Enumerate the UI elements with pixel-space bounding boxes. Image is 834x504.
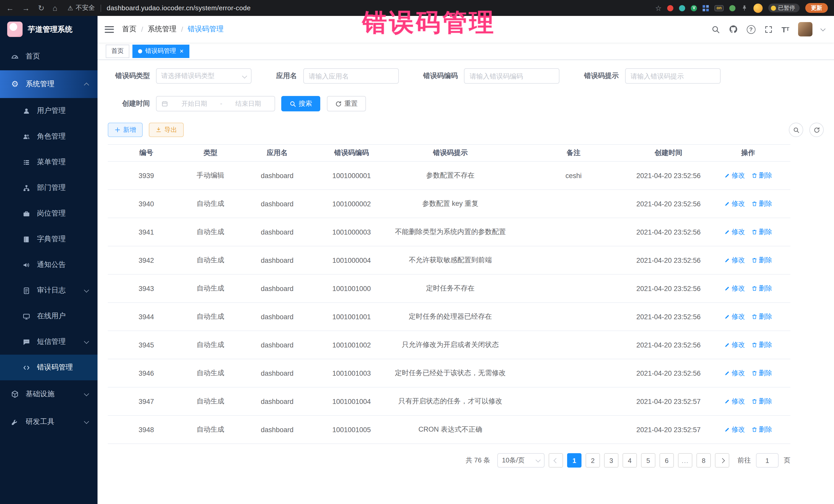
bookmark-star-icon[interactable]: ☆ bbox=[655, 4, 662, 12]
delete-link[interactable]: 删除 bbox=[751, 369, 772, 378]
delete-link[interactable]: 删除 bbox=[751, 227, 772, 237]
create-time-range-picker[interactable]: 开始日期 - 结束日期 bbox=[156, 96, 275, 111]
paused-badge[interactable]: 已暂停 bbox=[768, 4, 799, 12]
edit-link[interactable]: 修改 bbox=[724, 284, 745, 293]
sidebar-item-dept-tree[interactable]: 部门管理 bbox=[0, 175, 97, 201]
error-code-input[interactable] bbox=[464, 68, 559, 84]
extension-icon-drop[interactable] bbox=[679, 5, 685, 11]
search-button[interactable]: 搜索 bbox=[281, 96, 320, 111]
github-icon[interactable] bbox=[728, 25, 738, 34]
sidebar-item-role[interactable]: 角色管理 bbox=[0, 124, 97, 149]
edit-link[interactable]: 修改 bbox=[724, 397, 745, 406]
browser-profile-avatar[interactable] bbox=[753, 3, 763, 13]
page-button[interactable]: 2 bbox=[586, 453, 600, 467]
sidebar-item-tools[interactable]: 研发工具 bbox=[0, 408, 97, 436]
cell-time: 2021-04-20 23:52:56 bbox=[631, 246, 706, 274]
delete-label: 删除 bbox=[759, 397, 772, 406]
sidebar-item-label: 短信管理 bbox=[37, 337, 66, 346]
forward-icon[interactable]: → bbox=[22, 4, 30, 12]
next-page-button[interactable] bbox=[715, 453, 729, 467]
page-button[interactable]: 1 bbox=[567, 453, 581, 467]
sidebar-item-gear[interactable]: ⚙系统管理 bbox=[0, 70, 97, 98]
edit-link[interactable]: 修改 bbox=[724, 256, 745, 265]
delete-link[interactable]: 删除 bbox=[751, 312, 772, 321]
sidebar-item-sms[interactable]: 短信管理 bbox=[0, 329, 97, 355]
breadcrumb-item[interactable]: 首页 bbox=[122, 25, 136, 34]
filter-form: 错误码类型 请选择错误码类型 应用名 错误码编码 bbox=[108, 68, 824, 111]
sidebar-item-notice[interactable]: 通知公告 bbox=[0, 252, 97, 278]
font-size-icon[interactable]: TT bbox=[782, 25, 789, 33]
sidebar-item-log[interactable]: 审计日志 bbox=[0, 278, 97, 303]
delete-link[interactable]: 删除 bbox=[751, 340, 772, 350]
sidebar-item-error-code[interactable]: 错误码管理 bbox=[0, 355, 97, 380]
cell-id: 3943 bbox=[108, 274, 185, 303]
home-icon[interactable]: ⌂ bbox=[52, 4, 57, 12]
header-search-icon[interactable] bbox=[711, 25, 720, 34]
edit-link[interactable]: 修改 bbox=[724, 369, 745, 378]
page-ellipsis-button[interactable]: ... bbox=[678, 453, 692, 467]
delete-link[interactable]: 删除 bbox=[751, 256, 772, 265]
sidebar-item-online-user[interactable]: 在线用户 bbox=[0, 303, 97, 329]
extension-icon-grid[interactable] bbox=[703, 5, 709, 11]
delete-link[interactable]: 删除 bbox=[751, 171, 772, 180]
reset-button[interactable]: 重置 bbox=[327, 96, 366, 111]
update-button[interactable]: 更新 bbox=[805, 3, 828, 13]
sidebar-item-user[interactable]: 用户管理 bbox=[0, 98, 97, 124]
page-button[interactable]: 8 bbox=[697, 453, 711, 467]
edit-link[interactable]: 修改 bbox=[724, 227, 745, 237]
fullscreen-icon[interactable] bbox=[764, 25, 773, 34]
edit-link[interactable]: 修改 bbox=[724, 312, 745, 321]
delete-link[interactable]: 删除 bbox=[751, 199, 772, 209]
extension-icon-green[interactable] bbox=[729, 5, 736, 11]
page-size-select[interactable]: 10条/页 bbox=[497, 453, 545, 467]
delete-link[interactable]: 删除 bbox=[751, 284, 772, 293]
tab-0[interactable]: 首页 bbox=[106, 44, 129, 58]
delete-link[interactable]: 删除 bbox=[751, 425, 772, 434]
security-indicator[interactable]: ⚠ 不安全 bbox=[67, 4, 95, 12]
extension-icon-record[interactable] bbox=[667, 5, 673, 11]
sidebar-item-menu-list[interactable]: 菜单管理 bbox=[0, 149, 97, 175]
edit-link[interactable]: 修改 bbox=[724, 199, 745, 209]
sidebar-item-post[interactable]: 岗位管理 bbox=[0, 201, 97, 226]
prev-page-button[interactable] bbox=[549, 453, 563, 467]
tab-close-icon[interactable]: × bbox=[180, 48, 183, 54]
sidebar-item-dashboard[interactable]: 首页 bbox=[0, 43, 97, 70]
error-type-select[interactable]: 请选择错误码类型 bbox=[156, 68, 251, 84]
breadcrumb-item[interactable]: 系统管理 bbox=[148, 25, 177, 34]
action-cell: 修改删除 bbox=[706, 387, 790, 415]
pin-icon[interactable] bbox=[741, 5, 748, 11]
extension-on-badge[interactable]: on bbox=[715, 5, 724, 11]
sidebar-item-dict[interactable]: 字典管理 bbox=[0, 226, 97, 252]
user-avatar[interactable] bbox=[798, 22, 812, 37]
page-button[interactable]: 4 bbox=[622, 453, 637, 467]
url-bar[interactable]: dashboard.yudao.iocoder.cn/system/error-… bbox=[107, 4, 251, 12]
sidebar-item-infra[interactable]: 基础设施 bbox=[0, 380, 97, 408]
add-button[interactable]: 新增 bbox=[108, 123, 143, 137]
edit-link[interactable]: 修改 bbox=[724, 425, 745, 434]
breadcrumb: 首页/系统管理/错误码管理 bbox=[122, 25, 224, 34]
page-button[interactable]: 6 bbox=[659, 453, 674, 467]
chevron-down-icon bbox=[84, 338, 89, 344]
page-button[interactable]: 3 bbox=[604, 453, 618, 467]
delete-link[interactable]: 删除 bbox=[751, 397, 772, 406]
delete-icon bbox=[751, 257, 757, 263]
reload-icon[interactable]: ↻ bbox=[38, 4, 44, 12]
sidebar-toggle-icon[interactable] bbox=[105, 26, 114, 32]
edit-link[interactable]: 修改 bbox=[724, 340, 745, 350]
user-menu-caret-icon[interactable] bbox=[821, 27, 825, 31]
refresh-table-button[interactable] bbox=[809, 123, 824, 137]
back-icon[interactable]: ← bbox=[6, 4, 14, 12]
export-button[interactable]: 导出 bbox=[149, 123, 184, 137]
toggle-search-button[interactable] bbox=[789, 123, 803, 137]
tab-1[interactable]: 错误码管理× bbox=[132, 44, 189, 58]
error-hint-input[interactable] bbox=[625, 68, 720, 84]
app-name-input[interactable] bbox=[303, 68, 398, 84]
cell-code: 1001001002 bbox=[318, 331, 385, 359]
table-row: 3946自动生成dashboard1001001003定时任务已经处于该状态，无… bbox=[108, 359, 790, 387]
goto-page-input[interactable] bbox=[756, 453, 778, 467]
help-icon[interactable]: ? bbox=[746, 25, 755, 34]
edit-link[interactable]: 修改 bbox=[724, 171, 745, 180]
app-logo[interactable]: 芋道管理系统 bbox=[0, 16, 97, 43]
page-button[interactable]: 5 bbox=[641, 453, 655, 467]
extension-icon-v[interactable]: V bbox=[691, 5, 697, 11]
